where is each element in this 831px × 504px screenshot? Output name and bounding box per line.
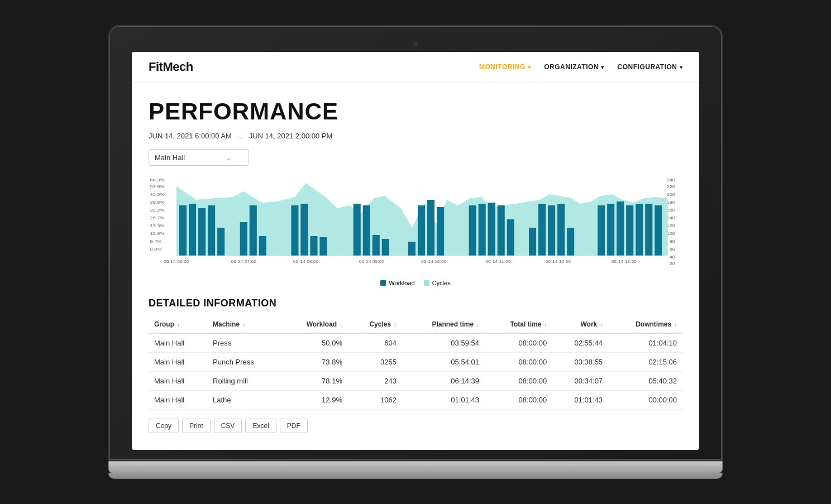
legend-workload-label: Workload <box>389 280 414 286</box>
bar <box>607 204 614 256</box>
bar <box>319 237 327 256</box>
bar <box>529 228 536 256</box>
svg-text:32.2%: 32.2% <box>150 208 165 213</box>
table-row: Main Hall Punch Press 73.8% 3255 05:54:0… <box>149 353 682 372</box>
nav-configuration-label: CONFIGURATION <box>618 63 677 71</box>
bar <box>617 201 624 256</box>
bar <box>291 205 298 256</box>
nav-organization-label: ORGANIZATION <box>544 63 599 71</box>
svg-text:80: 80 <box>670 239 676 244</box>
bar <box>217 228 225 256</box>
svg-text:12.9%: 12.9% <box>150 232 165 236</box>
cell-downtimes: 01:04:10 <box>608 333 682 353</box>
cell-group: Main Hall <box>149 353 207 372</box>
svg-text:06-14 07:00: 06-14 07:00 <box>231 260 256 264</box>
svg-text:06-14 12:00: 06-14 12:00 <box>546 260 571 264</box>
nav-configuration[interactable]: CONFIGURATION ▾ <box>618 63 682 71</box>
bar <box>437 207 444 256</box>
chart-svg: 66.3% 57.9% 45.0% 38.6% 32.2% 25.7% 19.3… <box>149 175 682 275</box>
cycles-color-dot <box>424 280 429 286</box>
table-row: Main Hall Press 50.0% 604 03:59:54 08:00… <box>149 333 682 353</box>
hall-filter-dropdown[interactable]: Main Hall ⌄ <box>149 149 249 166</box>
cell-work: 01:01:43 <box>552 391 608 410</box>
bar <box>372 235 380 256</box>
svg-text:100: 100 <box>667 232 676 236</box>
workload-color-dot <box>380 280 386 286</box>
bar <box>548 205 555 256</box>
cell-workload: 73.8% <box>281 353 348 372</box>
bar <box>567 228 574 256</box>
nav-organization[interactable]: ORGANIZATION ▾ <box>544 63 604 71</box>
cell-machine: Lathe <box>207 391 281 410</box>
laptop-frame: FitMech MONITORING ▾ ORGANIZATION ▾ CONF… <box>108 25 723 479</box>
cell-total-time: 08:00:00 <box>485 353 552 372</box>
bar <box>259 236 266 256</box>
bar <box>250 205 257 256</box>
svg-text:140: 140 <box>667 216 676 220</box>
chart-legend: Workload Cycles <box>149 280 682 286</box>
svg-text:60: 60 <box>670 247 676 252</box>
nav-monitoring[interactable]: MONITORING ▾ <box>479 63 531 71</box>
export-excel-button[interactable]: Excel <box>245 419 276 433</box>
table-row: Main Hall Lathe 12.9% 1062 01:01:43 08:0… <box>149 391 682 410</box>
bar <box>310 236 317 256</box>
screen-bezel: FitMech MONITORING ▾ ORGANIZATION ▾ CONF… <box>108 25 723 461</box>
col-workload[interactable]: Workload ↕ <box>281 316 348 333</box>
col-planned-time[interactable]: Planned time ↕ <box>402 316 485 333</box>
bar <box>538 204 546 256</box>
legend-cycles-label: Cycles <box>432 280 451 286</box>
col-cycles[interactable]: Cycles ↕ <box>348 316 402 333</box>
export-print-button[interactable]: Print <box>182 419 211 433</box>
col-work[interactable]: Work ↕ <box>552 316 608 333</box>
svg-text:0.0%: 0.0% <box>150 247 162 252</box>
svg-text:06-14 13:00: 06-14 13:00 <box>612 260 637 264</box>
date-separator: ... <box>237 132 243 140</box>
section-title: DETAILED INFORMATION <box>149 297 682 309</box>
date-range: JUN 14, 2021 6:00:00 AM ... JUN 14, 2021… <box>149 132 682 140</box>
bar <box>240 222 247 256</box>
bar <box>636 204 643 256</box>
bar <box>598 205 605 256</box>
col-total-time[interactable]: Total time ↕ <box>485 316 552 333</box>
bar <box>507 219 514 256</box>
bar <box>645 204 652 256</box>
col-downtimes[interactable]: Downtimes ↕ <box>608 316 682 333</box>
export-pdf-button[interactable]: PDF <box>280 419 308 433</box>
bar <box>479 204 486 256</box>
cell-downtimes: 02:15:06 <box>608 353 682 372</box>
hall-filter-label: Main Hall <box>155 153 185 162</box>
svg-text:6.4%: 6.4% <box>150 239 162 244</box>
cell-workload: 12.9% <box>281 391 348 410</box>
svg-text:06-14 10:00: 06-14 10:00 <box>421 260 446 264</box>
app-nav: FitMech MONITORING ▾ ORGANIZATION ▾ CONF… <box>132 52 699 83</box>
date-end: JUN 14, 2021 2:00:00 PM <box>249 132 333 140</box>
bar <box>427 200 434 256</box>
svg-text:06-14 09:00: 06-14 09:00 <box>359 260 384 264</box>
svg-text:200: 200 <box>667 193 676 197</box>
cell-work: 00:34:07 <box>552 372 608 391</box>
bar <box>408 242 416 256</box>
cell-planned-time: 01:01:43 <box>402 391 485 410</box>
brand-logo: FitMech <box>149 60 193 74</box>
cell-work: 02:55:44 <box>552 333 608 353</box>
cell-cycles: 243 <box>348 372 402 391</box>
bar <box>363 205 370 256</box>
cell-total-time: 08:00:00 <box>485 391 552 410</box>
export-csv-button[interactable]: CSV <box>214 419 242 433</box>
export-copy-button[interactable]: Copy <box>149 419 179 433</box>
cell-total-time: 08:00:00 <box>485 333 552 353</box>
nav-monitoring-label: MONITORING <box>479 63 526 71</box>
bar <box>557 204 565 256</box>
col-group[interactable]: Group ↕ <box>149 316 207 333</box>
cell-planned-time: 06:14:39 <box>402 372 485 391</box>
bar <box>382 239 389 256</box>
nav-configuration-chevron: ▾ <box>680 64 683 70</box>
svg-text:240: 240 <box>667 178 676 183</box>
cell-machine: Press <box>207 333 281 353</box>
bar <box>626 205 633 256</box>
bar <box>488 203 495 256</box>
laptop-bottom <box>108 473 723 479</box>
col-machine[interactable]: Machine ↕ <box>207 316 281 333</box>
svg-text:06-14 11:00: 06-14 11:00 <box>485 260 510 264</box>
laptop-base <box>108 461 723 473</box>
